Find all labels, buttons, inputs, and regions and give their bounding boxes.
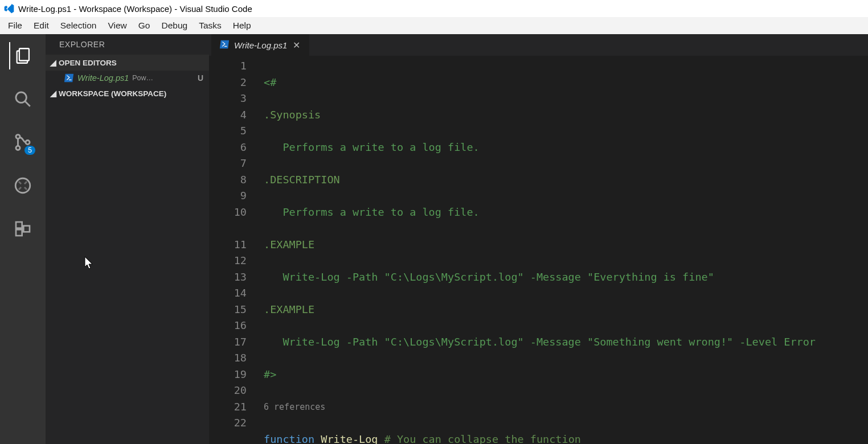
open-editor-path: Pow… [132, 74, 153, 82]
open-editor-item[interactable]: Write-Log.ps1 Pow… U [46, 71, 209, 85]
svg-rect-9 [16, 229, 22, 236]
activity-scm[interactable]: 5 [9, 129, 36, 156]
vscode-icon [3, 3, 15, 14]
svg-point-5 [26, 140, 30, 144]
window-titlebar: Write-Log.ps1 - Workspace (Workspace) - … [0, 0, 868, 17]
activity-debug[interactable] [9, 172, 36, 199]
window-title: Write-Log.ps1 - Workspace (Workspace) - … [18, 4, 252, 14]
line-gutter: 123 456 789 1011 121314 151617 181920 21… [209, 56, 264, 444]
open-editors-header[interactable]: ◢ OPEN EDITORS [46, 55, 209, 71]
git-status-badge: U [198, 73, 203, 83]
explorer-title: EXPLORER [46, 34, 209, 55]
codelens-references[interactable]: 6 references [264, 399, 868, 416]
chevron-right-icon: ◣ [50, 89, 56, 98]
extensions-icon [14, 220, 32, 238]
search-icon [13, 89, 32, 109]
menu-file[interactable]: File [2, 20, 28, 31]
code-editor[interactable]: 123 456 789 1011 121314 151617 181920 21… [209, 56, 868, 444]
files-icon [14, 46, 33, 65]
editor-tabs: Write-Log.ps1 ✕ [209, 34, 868, 56]
powershell-icon [219, 40, 230, 51]
menu-bar: File Edit Selection View Go Debug Tasks … [0, 17, 868, 34]
menu-selection[interactable]: Selection [55, 20, 103, 31]
debug-icon [13, 176, 32, 195]
explorer-sidebar: EXPLORER ◢ OPEN EDITORS Write-Log.ps1 Po… [46, 34, 209, 444]
scm-badge: 5 [24, 146, 35, 155]
code-lines[interactable]: <# .Synopsis Performs a write to a log f… [264, 56, 868, 444]
menu-help[interactable]: Help [227, 20, 257, 31]
svg-rect-0 [19, 48, 29, 60]
svg-rect-10 [23, 226, 30, 232]
svg-point-3 [16, 135, 20, 139]
close-icon[interactable]: ✕ [292, 40, 301, 51]
svg-line-2 [25, 101, 30, 106]
menu-tasks[interactable]: Tasks [193, 20, 227, 31]
svg-point-7 [21, 183, 26, 188]
activity-search[interactable] [9, 85, 36, 113]
activity-extensions[interactable] [9, 215, 36, 242]
editor-area: Write-Log.ps1 ✕ 123 456 789 1011 121314 … [209, 34, 868, 444]
activity-explorer[interactable] [9, 42, 36, 69]
workspace-header[interactable]: ◣ WORKSPACE (WORKSPACE) [46, 85, 209, 101]
svg-rect-8 [16, 222, 22, 228]
svg-point-1 [16, 92, 26, 102]
tab-label: Write-Log.ps1 [234, 40, 287, 50]
menu-view[interactable]: View [102, 20, 132, 31]
svg-point-4 [16, 146, 20, 150]
tab-write-log[interactable]: Write-Log.ps1 ✕ [211, 34, 309, 56]
activity-bar: 5 [0, 34, 46, 444]
chevron-down-icon: ◢ [50, 58, 56, 67]
open-editor-name: Write-Log.ps1 [77, 73, 129, 83]
menu-go[interactable]: Go [133, 20, 156, 31]
menu-debug[interactable]: Debug [155, 20, 193, 31]
menu-edit[interactable]: Edit [28, 20, 55, 31]
powershell-icon [64, 73, 74, 83]
